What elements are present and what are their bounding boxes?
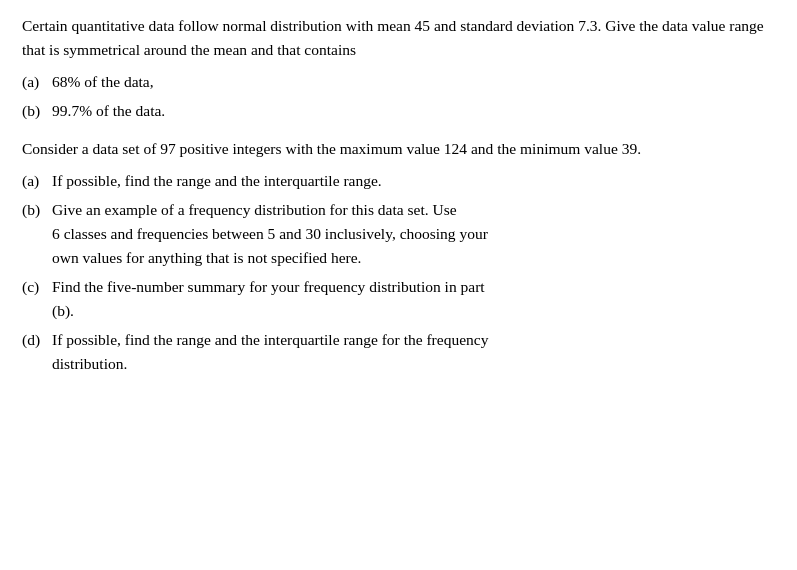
problem-2: Consider a data set of 97 positive integ… bbox=[22, 137, 775, 376]
p2-part-a-content: If possible, find the range and the inte… bbox=[52, 169, 775, 193]
p2-part-b-content: Give an example of a frequency distribut… bbox=[52, 198, 775, 270]
p2-part-c-line1: Find the five-number summary for your fr… bbox=[52, 278, 485, 295]
p2-part-d-line1: If possible, find the range and the inte… bbox=[52, 331, 488, 348]
problem-1-parts: (a) 68% of the data, (b) 99.7% of the da… bbox=[22, 70, 775, 123]
problem-1-intro: Certain quantitative data follow normal … bbox=[22, 14, 775, 62]
problem-2-part-b: (b) Give an example of a frequency distr… bbox=[22, 198, 775, 270]
p2-part-b-label: (b) bbox=[22, 198, 52, 222]
p2-part-d-line2: distribution. bbox=[52, 355, 127, 372]
problem-1-part-a: (a) 68% of the data, bbox=[22, 70, 775, 94]
p2-part-c-line2: (b). bbox=[52, 302, 74, 319]
problem-2-intro: Consider a data set of 97 positive integ… bbox=[22, 137, 775, 161]
p2-part-d-label: (d) bbox=[22, 328, 52, 352]
problem-1-part-b: (b) 99.7% of the data. bbox=[22, 99, 775, 123]
p2-part-d-content: If possible, find the range and the inte… bbox=[52, 328, 775, 376]
part-a-label: (a) bbox=[22, 70, 52, 94]
problem-2-part-d: (d) If possible, find the range and the … bbox=[22, 328, 775, 376]
problem-2-parts: (a) If possible, find the range and the … bbox=[22, 169, 775, 376]
p2-part-c-label: (c) bbox=[22, 275, 52, 299]
p2-part-b-line3: own values for anything that is not spec… bbox=[52, 249, 362, 266]
part-b-label: (b) bbox=[22, 99, 52, 123]
p2-part-a-label: (a) bbox=[22, 169, 52, 193]
problem-1: Certain quantitative data follow normal … bbox=[22, 14, 775, 123]
p2-part-c-content: Find the five-number summary for your fr… bbox=[52, 275, 775, 323]
problem-2-part-c: (c) Find the five-number summary for you… bbox=[22, 275, 775, 323]
p2-part-b-line2: 6 classes and frequencies between 5 and … bbox=[52, 225, 488, 242]
part-a-content: 68% of the data, bbox=[52, 70, 775, 94]
problem-2-part-a: (a) If possible, find the range and the … bbox=[22, 169, 775, 193]
p2-part-b-line1: Give an example of a frequency distribut… bbox=[52, 201, 457, 218]
part-b-content: 99.7% of the data. bbox=[52, 99, 775, 123]
